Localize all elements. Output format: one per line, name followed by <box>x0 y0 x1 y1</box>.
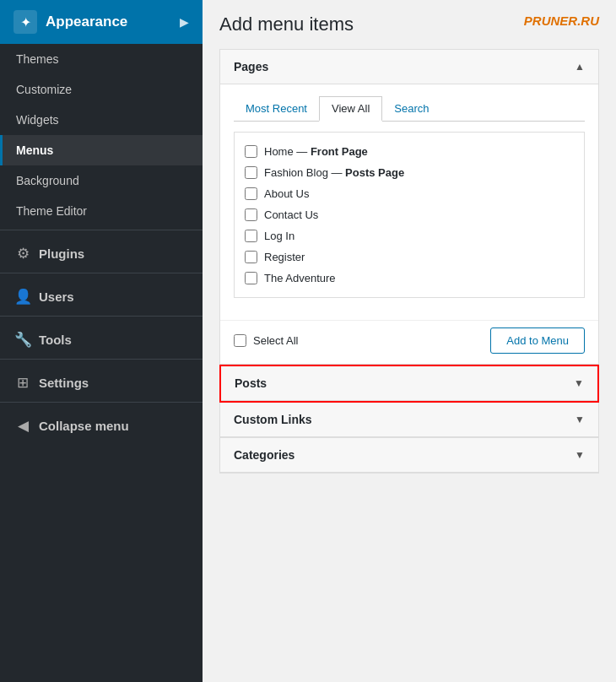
posts-panel-arrow: ▼ <box>574 377 584 389</box>
sidebar-item-background[interactable]: Background <box>0 165 203 196</box>
posts-panel-title: Posts <box>235 376 267 390</box>
page-item-fashion-blog[interactable]: Fashion Blog — Posts Page <box>245 162 574 183</box>
page-item-the-adventure[interactable]: The Adventure <box>245 268 574 289</box>
sidebar-header[interactable]: ✦ Appearance ▶ <box>0 0 203 44</box>
custom-links-panel-arrow: ▼ <box>575 414 585 425</box>
divider-3 <box>0 316 203 317</box>
settings-label: Settings <box>39 376 89 390</box>
sidebar-item-customize[interactable]: Customize <box>0 74 203 105</box>
page-checkbox-about-us[interactable] <box>245 187 257 200</box>
select-all-label: Select All <box>253 334 298 347</box>
add-to-menu-button[interactable]: Add to Menu <box>490 327 585 354</box>
custom-links-panel-title: Custom Links <box>234 413 312 426</box>
sidebar-collapse-arrow: ▶ <box>180 15 189 29</box>
pages-checkbox-list: Home — Front Page Fashion Blog — Posts P… <box>234 132 585 298</box>
sidebar-item-plugins[interactable]: ⚙ Plugins <box>0 234 203 269</box>
users-icon: 👤 <box>14 287 32 306</box>
tab-view-all[interactable]: View All <box>319 96 382 122</box>
page-header: Add menu items PRUNER.RU <box>219 14 599 35</box>
users-label: Users <box>39 290 74 304</box>
pages-panel-arrow: ▲ <box>575 61 585 73</box>
page-title: Add menu items <box>219 14 354 35</box>
divider-2 <box>0 273 203 273</box>
page-label-contact-us: Contact Us <box>264 208 318 221</box>
posts-panel: Posts ▼ <box>219 365 599 403</box>
page-label-register: Register <box>264 251 305 263</box>
page-checkbox-the-adventure[interactable] <box>245 272 257 284</box>
select-all-checkbox[interactable] <box>234 334 246 347</box>
page-item-home[interactable]: Home — Front Page <box>245 141 574 162</box>
page-checkbox-contact-us[interactable] <box>245 208 257 221</box>
sidebar: ✦ Appearance ▶ Themes Customize Widgets … <box>0 0 203 682</box>
pages-panel-title: Pages <box>234 60 268 73</box>
page-item-contact-us[interactable]: Contact Us <box>245 204 574 225</box>
sidebar-item-themes[interactable]: Themes <box>0 44 203 74</box>
select-all-wrap: Select All <box>234 334 298 347</box>
pages-panel: Pages ▲ Most Recent View All Search Home… <box>219 49 599 365</box>
custom-links-panel: Custom Links ▼ <box>219 403 599 438</box>
pages-panel-body: Most Recent View All Search Home — Front… <box>220 84 598 321</box>
posts-panel-header[interactable]: Posts ▼ <box>221 366 597 401</box>
pages-tabs: Most Recent View All Search <box>234 96 585 122</box>
divider-5 <box>0 402 203 403</box>
plugins-icon: ⚙ <box>14 244 32 263</box>
main-content: Add menu items PRUNER.RU Pages ▲ Most Re… <box>203 0 616 682</box>
sidebar-item-widgets[interactable]: Widgets <box>0 105 203 135</box>
page-checkbox-log-in[interactable] <box>245 230 257 242</box>
categories-panel: Categories ▼ <box>219 438 599 474</box>
sidebar-item-settings[interactable]: ⊞ Settings <box>0 363 203 398</box>
theme-editor-label: Theme Editor <box>16 204 87 218</box>
page-label-home: Home — Front Page <box>264 145 368 158</box>
brand-tag: PRUNER.RU <box>524 14 599 28</box>
page-label-the-adventure: The Adventure <box>264 272 336 284</box>
divider-4 <box>0 359 203 360</box>
page-checkbox-fashion-blog[interactable] <box>245 166 257 179</box>
page-item-about-us[interactable]: About Us <box>245 183 574 204</box>
sidebar-item-theme-editor[interactable]: Theme Editor <box>0 196 203 226</box>
tab-most-recent[interactable]: Most Recent <box>234 96 319 122</box>
categories-panel-title: Categories <box>234 448 294 462</box>
categories-panel-header[interactable]: Categories ▼ <box>220 438 598 473</box>
page-label-fashion-blog: Fashion Blog — Posts Page <box>264 166 404 179</box>
tab-search[interactable]: Search <box>382 96 440 122</box>
categories-panel-arrow: ▼ <box>575 449 585 461</box>
page-item-log-in[interactable]: Log In <box>245 225 574 246</box>
appearance-icon: ✦ <box>14 10 37 34</box>
sidebar-item-menus[interactable]: Menus <box>0 135 203 165</box>
menus-label: Menus <box>16 143 53 157</box>
pages-panel-header[interactable]: Pages ▲ <box>220 50 598 84</box>
divider-1 <box>0 230 203 230</box>
settings-icon: ⊞ <box>14 373 32 392</box>
collapse-label: Collapse menu <box>39 419 129 433</box>
themes-label: Themes <box>16 52 59 66</box>
collapse-icon: ◀ <box>14 416 32 435</box>
appearance-menu: Themes Customize Widgets Menus Backgroun… <box>0 44 203 226</box>
sidebar-item-tools[interactable]: 🔧 Tools <box>0 320 203 355</box>
sidebar-header-title: Appearance <box>46 14 127 30</box>
plugins-label: Plugins <box>39 246 84 261</box>
sidebar-item-users[interactable]: 👤 Users <box>0 277 203 312</box>
tools-icon: 🔧 <box>14 330 32 349</box>
pages-panel-footer: Select All Add to Menu <box>220 321 598 364</box>
background-label: Background <box>16 174 79 187</box>
sidebar-item-collapse[interactable]: ◀ Collapse menu <box>0 406 203 441</box>
page-label-log-in: Log In <box>264 230 294 242</box>
page-label-about-us: About Us <box>264 187 309 200</box>
page-item-register[interactable]: Register <box>245 246 574 268</box>
tools-label: Tools <box>39 333 72 347</box>
custom-links-panel-header[interactable]: Custom Links ▼ <box>220 403 598 437</box>
page-checkbox-register[interactable] <box>245 251 257 263</box>
customize-label: Customize <box>16 83 72 96</box>
widgets-label: Widgets <box>16 113 59 127</box>
page-checkbox-home[interactable] <box>245 145 257 158</box>
